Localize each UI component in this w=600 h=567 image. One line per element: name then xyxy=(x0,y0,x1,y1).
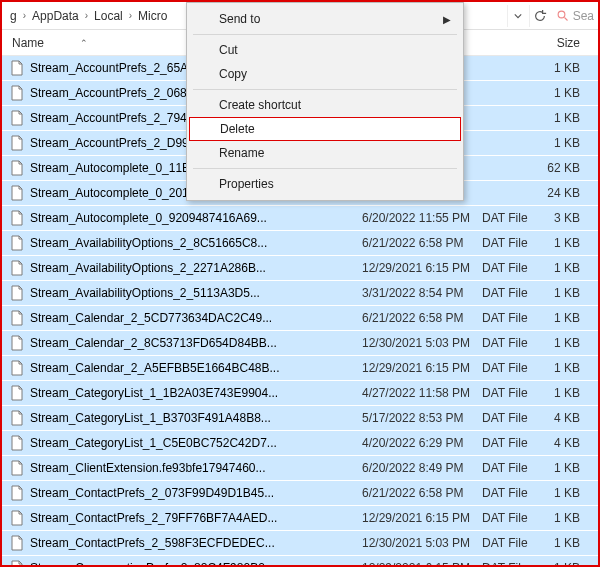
column-header-size[interactable]: Size xyxy=(542,36,598,50)
file-type: DAT File xyxy=(482,411,542,425)
table-row[interactable]: Stream_ClientExtension.fe93bfe17947460..… xyxy=(2,456,598,481)
file-type: DAT File xyxy=(482,436,542,450)
file-type: DAT File xyxy=(482,511,542,525)
file-size: 3 KB xyxy=(542,211,598,225)
file-icon xyxy=(10,510,24,526)
file-icon xyxy=(10,235,24,251)
file-date: 12/29/2021 6:15 PM xyxy=(362,561,482,567)
table-row[interactable]: Stream_Calendar_2_8C53713FD654D84BB...12… xyxy=(2,331,598,356)
table-row[interactable]: Stream_ContactPrefs_2_598F3ECFDEDEC...12… xyxy=(2,531,598,556)
file-name: Stream_CategoryList_1_1B2A03E743E9904... xyxy=(30,386,278,400)
file-size: 1 KB xyxy=(542,336,598,350)
file-icon xyxy=(10,460,24,476)
file-name: Stream_Autocomplete_0_9209487416A69... xyxy=(30,211,267,225)
file-size: 1 KB xyxy=(542,286,598,300)
file-name: Stream_AccountPrefs_2_79436 xyxy=(30,111,200,125)
file-type: DAT File xyxy=(482,361,542,375)
search-box[interactable]: Sea xyxy=(551,9,594,23)
file-size: 4 KB xyxy=(542,436,598,450)
file-type: DAT File xyxy=(482,286,542,300)
table-row[interactable]: Stream_CategoryList_1_1B2A03E743E9904...… xyxy=(2,381,598,406)
file-date: 6/20/2022 11:55 PM xyxy=(362,211,482,225)
file-size: 1 KB xyxy=(542,86,598,100)
file-date: 4/27/2022 11:58 PM xyxy=(362,386,482,400)
table-row[interactable]: Stream_Calendar_2_5CD773634DAC2C49...6/2… xyxy=(2,306,598,331)
menu-item-label: Properties xyxy=(219,177,274,191)
menu-item-rename[interactable]: Rename xyxy=(189,141,461,165)
file-name: Stream_AccountPrefs_2_06888 xyxy=(30,86,200,100)
file-date: 3/31/2022 8:54 PM xyxy=(362,286,482,300)
column-label: Name xyxy=(12,36,44,50)
chevron-right-icon: › xyxy=(83,10,90,21)
menu-item-label: Create shortcut xyxy=(219,98,301,112)
menu-item-label: Cut xyxy=(219,43,238,57)
file-size: 1 KB xyxy=(542,536,598,550)
file-icon xyxy=(10,85,24,101)
file-name: Stream_Autocomplete_0_201B xyxy=(30,186,197,200)
menu-item-send-to[interactable]: Send to▶ xyxy=(189,7,461,31)
menu-item-copy[interactable]: Copy xyxy=(189,62,461,86)
file-icon xyxy=(10,110,24,126)
menu-item-create-shortcut[interactable]: Create shortcut xyxy=(189,93,461,117)
breadcrumb[interactable]: Micro xyxy=(134,9,171,23)
file-name: Stream_ConversationPrefs_2_82C4F980B0... xyxy=(30,561,275,567)
file-type: DAT File xyxy=(482,536,542,550)
file-size: 1 KB xyxy=(542,111,598,125)
menu-item-delete[interactable]: Delete xyxy=(189,117,461,141)
file-type: DAT File xyxy=(482,461,542,475)
file-name: Stream_ClientExtension.fe93bfe17947460..… xyxy=(30,461,266,475)
chevron-right-icon: › xyxy=(127,10,134,21)
table-row[interactable]: Stream_AvailabilityOptions_2_8C51665C8..… xyxy=(2,231,598,256)
file-icon xyxy=(10,260,24,276)
table-row[interactable]: Stream_Calendar_2_A5EFBB5E1664BC48B...12… xyxy=(2,356,598,381)
file-name: Stream_CategoryList_1_B3703F491A48B8... xyxy=(30,411,271,425)
file-size: 62 KB xyxy=(542,161,598,175)
breadcrumb[interactable]: Local xyxy=(90,9,127,23)
chevron-right-icon: ▶ xyxy=(443,14,451,25)
menu-separator xyxy=(193,168,457,169)
menu-item-properties[interactable]: Properties xyxy=(189,172,461,196)
file-date: 12/29/2021 6:15 PM xyxy=(362,511,482,525)
table-row[interactable]: Stream_AvailabilityOptions_2_2271A286B..… xyxy=(2,256,598,281)
file-size: 1 KB xyxy=(542,136,598,150)
context-menu: Send to▶CutCopyCreate shortcutDeleteRena… xyxy=(186,2,464,201)
table-row[interactable]: Stream_ContactPrefs_2_073F99D49D1B45...6… xyxy=(2,481,598,506)
file-icon xyxy=(10,360,24,376)
breadcrumb[interactable]: g xyxy=(6,9,21,23)
file-name: Stream_ContactPrefs_2_073F99D49D1B45... xyxy=(30,486,274,500)
file-name: Stream_AvailabilityOptions_2_2271A286B..… xyxy=(30,261,266,275)
dropdown-button[interactable] xyxy=(507,5,529,27)
breadcrumb[interactable]: AppData xyxy=(28,9,83,23)
file-name: Stream_AvailabilityOptions_2_8C51665C8..… xyxy=(30,236,267,250)
file-name: Stream_Calendar_2_A5EFBB5E1664BC48B... xyxy=(30,361,280,375)
file-icon xyxy=(10,185,24,201)
table-row[interactable]: Stream_Autocomplete_0_9209487416A69...6/… xyxy=(2,206,598,231)
file-date: 6/21/2022 6:58 PM xyxy=(362,236,482,250)
file-icon xyxy=(10,435,24,451)
file-size: 4 KB xyxy=(542,411,598,425)
file-date: 12/30/2021 5:03 PM xyxy=(362,536,482,550)
file-date: 6/20/2022 8:49 PM xyxy=(362,461,482,475)
table-row[interactable]: Stream_AvailabilityOptions_2_5113A3D5...… xyxy=(2,281,598,306)
table-row[interactable]: Stream_ConversationPrefs_2_82C4F980B0...… xyxy=(2,556,598,567)
svg-line-1 xyxy=(564,17,567,20)
file-date: 6/21/2022 6:58 PM xyxy=(362,311,482,325)
file-date: 12/30/2021 5:03 PM xyxy=(362,336,482,350)
file-date: 4/20/2022 6:29 PM xyxy=(362,436,482,450)
file-type: DAT File xyxy=(482,561,542,567)
menu-separator xyxy=(193,89,457,90)
file-date: 12/29/2021 6:15 PM xyxy=(362,261,482,275)
table-row[interactable]: Stream_CategoryList_1_B3703F491A48B8...5… xyxy=(2,406,598,431)
search-placeholder: Sea xyxy=(573,9,594,23)
file-name: Stream_ContactPrefs_2_79FF76BF7A4AED... xyxy=(30,511,277,525)
refresh-button[interactable] xyxy=(529,5,551,27)
menu-item-cut[interactable]: Cut xyxy=(189,38,461,62)
menu-separator xyxy=(193,34,457,35)
refresh-icon xyxy=(533,9,547,23)
file-size: 1 KB xyxy=(542,61,598,75)
table-row[interactable]: Stream_CategoryList_1_C5E0BC752C42D7...4… xyxy=(2,431,598,456)
file-type: DAT File xyxy=(482,486,542,500)
sort-asc-icon: ⌃ xyxy=(80,38,88,48)
file-size: 1 KB xyxy=(542,461,598,475)
table-row[interactable]: Stream_ContactPrefs_2_79FF76BF7A4AED...1… xyxy=(2,506,598,531)
